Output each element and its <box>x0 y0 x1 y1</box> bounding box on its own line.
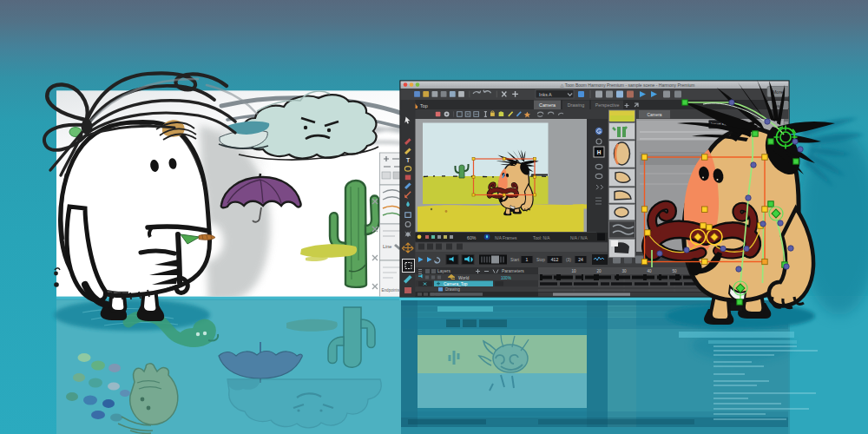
svg-text:50: 50 <box>672 269 677 273</box>
svg-text:20: 20 <box>596 269 602 273</box>
svg-text:More: More <box>773 89 784 95</box>
svg-text:30: 30 <box>621 269 627 273</box>
svg-text:Camera_Top: Camera_Top <box>444 282 468 286</box>
svg-text:Inks A: Inks A <box>539 92 552 97</box>
svg-text:Drawing: Drawing <box>445 287 460 292</box>
svg-text:40: 40 <box>647 269 652 273</box>
svg-text:100%: 100% <box>501 276 511 280</box>
svg-text:Drawing: Drawing <box>568 102 584 108</box>
svg-text:24: 24 <box>578 257 583 262</box>
svg-text:Perspective: Perspective <box>595 102 620 108</box>
svg-text:(3): (3) <box>566 258 571 262</box>
svg-text:Stop: Stop <box>536 258 545 262</box>
svg-text:Line: Line <box>383 244 391 249</box>
svg-text:60%: 60% <box>467 235 477 240</box>
svg-text:H: H <box>597 149 602 155</box>
svg-text:Start: Start <box>510 258 520 262</box>
svg-text:Parameters: Parameters <box>502 268 524 273</box>
svg-text:Endpoints: Endpoints <box>382 288 400 293</box>
svg-text:1: 1 <box>526 257 529 262</box>
svg-text:Top: Top <box>420 103 428 108</box>
svg-text:△ Toon Boom Harmony Premium -: △ Toon Boom Harmony Premium - sample sce… <box>561 82 695 88</box>
svg-text:10: 10 <box>571 269 576 273</box>
svg-text:World: World <box>458 276 470 280</box>
svg-text:Camera: Camera <box>539 102 556 108</box>
svg-text:412: 412 <box>551 257 559 262</box>
svg-text:N/A / N/A: N/A / N/A <box>570 236 589 240</box>
svg-text:Tool: N/A: Tool: N/A <box>533 236 550 240</box>
svg-text:Layers: Layers <box>437 268 451 273</box>
svg-text:N/A Frames: N/A Frames <box>495 236 517 240</box>
svg-text:Camera: Camera <box>647 113 661 117</box>
